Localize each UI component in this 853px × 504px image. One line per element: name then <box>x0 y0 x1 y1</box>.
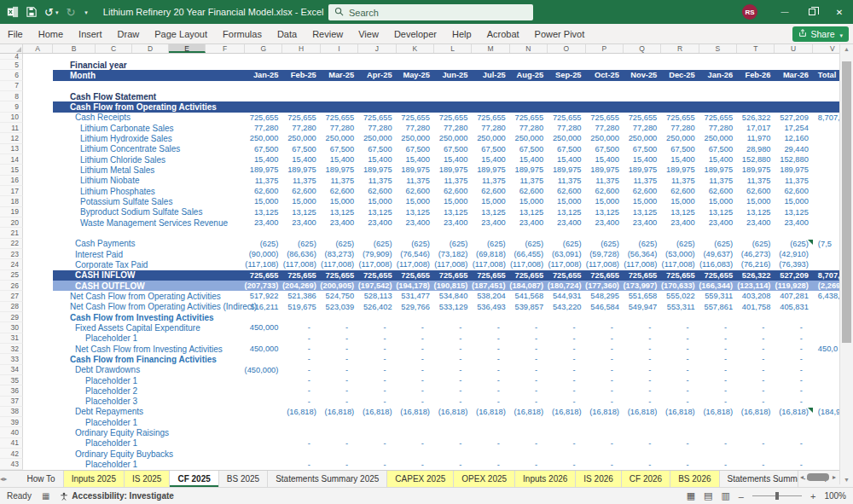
cell[interactable]: (63,091) <box>548 249 585 259</box>
cell[interactable]: Nov-25 <box>624 70 661 80</box>
cell[interactable]: - <box>699 354 737 364</box>
cell[interactable] <box>737 81 775 91</box>
cell[interactable]: (625) <box>397 239 434 249</box>
cell[interactable] <box>510 54 548 60</box>
cell[interactable]: 189,975 <box>775 165 812 175</box>
cell[interactable] <box>321 101 358 112</box>
row-label[interactable]: CASH OUTFLOW <box>53 281 245 291</box>
cell[interactable]: 725,655 <box>245 270 282 281</box>
horizontal-scrollbar[interactable] <box>800 473 836 481</box>
cell[interactable]: (625) <box>699 239 737 249</box>
cell-colA[interactable] <box>23 459 53 469</box>
cell[interactable]: (180,724) <box>548 281 585 291</box>
cell[interactable]: 725,655 <box>245 113 282 123</box>
sheet-tab-cf-2026[interactable]: CF 2026 <box>622 471 670 487</box>
cell-colA[interactable] <box>23 385 53 396</box>
cell[interactable] <box>358 449 396 459</box>
cell[interactable]: (194,178) <box>397 281 434 291</box>
cell[interactable] <box>737 427 775 437</box>
cell[interactable]: 28,980 <box>737 144 775 154</box>
cell[interactable]: - <box>321 344 358 354</box>
row-header-4[interactable]: 4 <box>0 54 23 60</box>
column-header-Q[interactable]: Q <box>624 44 661 53</box>
cell[interactable]: 189,975 <box>624 165 661 175</box>
cell[interactable]: - <box>472 365 509 375</box>
cell[interactable] <box>737 449 775 459</box>
cell[interactable]: (625) <box>282 239 320 249</box>
cell[interactable] <box>775 427 812 437</box>
cell[interactable] <box>434 60 472 70</box>
cell[interactable]: (625) <box>510 239 548 249</box>
cell[interactable]: 13,125 <box>775 207 812 217</box>
row-label[interactable]: Month <box>53 70 245 80</box>
cell[interactable]: 11,375 <box>358 176 396 186</box>
cell[interactable]: - <box>397 375 434 385</box>
row-label[interactable]: Lithium Hydroxide Sales <box>53 133 245 143</box>
cell-colA[interactable] <box>23 249 53 259</box>
cell[interactable]: 67,500 <box>624 144 661 154</box>
cell-colA[interactable] <box>23 322 53 333</box>
cell-colA[interactable] <box>23 281 53 291</box>
cell[interactable] <box>661 60 699 70</box>
cell[interactable] <box>472 228 509 238</box>
cell[interactable]: - <box>737 459 775 469</box>
close-button[interactable] <box>826 0 853 24</box>
cell[interactable]: 403,208 <box>737 291 775 301</box>
cell[interactable]: 546,584 <box>586 302 624 312</box>
cell[interactable]: 557,861 <box>699 302 737 312</box>
cell[interactable] <box>624 449 661 459</box>
cell[interactable]: 450,000 <box>245 344 282 354</box>
cell[interactable] <box>245 397 282 407</box>
cell[interactable]: - <box>775 365 812 375</box>
cell[interactable]: (625) <box>358 239 396 249</box>
cell[interactable] <box>472 417 509 427</box>
cell[interactable]: 11,375 <box>737 176 775 186</box>
cell[interactable]: 250,000 <box>661 133 699 143</box>
row-label[interactable]: Lithium Chloride Sales <box>53 154 245 165</box>
row-label[interactable]: Placeholder 2 <box>53 385 245 396</box>
row-header-36[interactable]: 36 <box>0 385 23 396</box>
ribbon-tab-review[interactable]: Review <box>305 24 351 44</box>
cell[interactable] <box>282 427 320 437</box>
cell-colA[interactable] <box>23 123 53 133</box>
share-button[interactable]: Share <box>792 26 849 42</box>
cell[interactable]: 15,000 <box>434 196 472 206</box>
row-label[interactable]: Cash Receipts <box>53 113 245 123</box>
cell[interactable]: (16,818) <box>282 407 320 417</box>
row-header-26[interactable]: 26 <box>0 281 23 291</box>
cell[interactable]: - <box>737 397 775 407</box>
ribbon-tab-data[interactable]: Data <box>270 24 305 44</box>
cell[interactable] <box>282 81 320 91</box>
cell[interactable]: - <box>321 375 358 385</box>
row-label[interactable]: Ordinary Equity Raisings <box>53 427 245 437</box>
cell[interactable]: (69,818) <box>472 249 509 259</box>
row-label[interactable]: Interest Paid <box>53 249 245 259</box>
cell[interactable]: - <box>775 438 812 449</box>
cell[interactable] <box>661 228 699 238</box>
cell[interactable] <box>472 60 509 70</box>
cell[interactable]: 13,125 <box>321 207 358 217</box>
cell[interactable]: - <box>358 322 396 333</box>
cell[interactable]: 67,500 <box>510 144 548 154</box>
cell[interactable]: 725,655 <box>586 113 624 123</box>
column-header-O[interactable]: O <box>548 44 585 53</box>
cell[interactable] <box>434 228 472 238</box>
cell[interactable]: (117,008) <box>434 259 472 269</box>
cell[interactable]: 62,600 <box>737 186 775 196</box>
cell[interactable]: - <box>548 385 585 396</box>
cell[interactable]: 725,655 <box>624 270 661 281</box>
cell-colA[interactable] <box>23 397 53 407</box>
ribbon-tab-view[interactable]: View <box>351 24 386 44</box>
cell[interactable]: (16,818) <box>586 407 624 417</box>
row-label[interactable] <box>53 81 245 91</box>
cell[interactable]: - <box>586 438 624 449</box>
cell[interactable]: 77,280 <box>624 123 661 133</box>
cell[interactable] <box>699 81 737 91</box>
cell[interactable]: (59,728) <box>586 249 624 259</box>
cell[interactable]: 62,600 <box>699 186 737 196</box>
sheet-tab-opex-2025[interactable]: OPEX 2025 <box>454 471 515 487</box>
cell[interactable]: 23,400 <box>699 217 737 228</box>
cell[interactable]: 13,125 <box>472 207 509 217</box>
cell[interactable]: (200,905) <box>321 281 358 291</box>
cell[interactable]: 13,125 <box>624 207 661 217</box>
